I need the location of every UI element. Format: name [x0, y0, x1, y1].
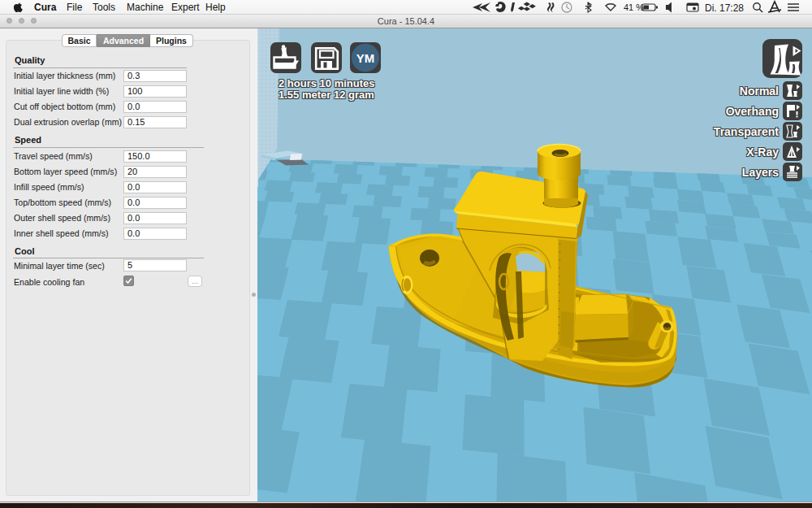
svg-text:Di. 17:28: Di. 17:28	[705, 2, 744, 14]
svg-text:YM: YM	[356, 51, 375, 65]
svg-text:41 %: 41 %	[624, 2, 644, 12]
